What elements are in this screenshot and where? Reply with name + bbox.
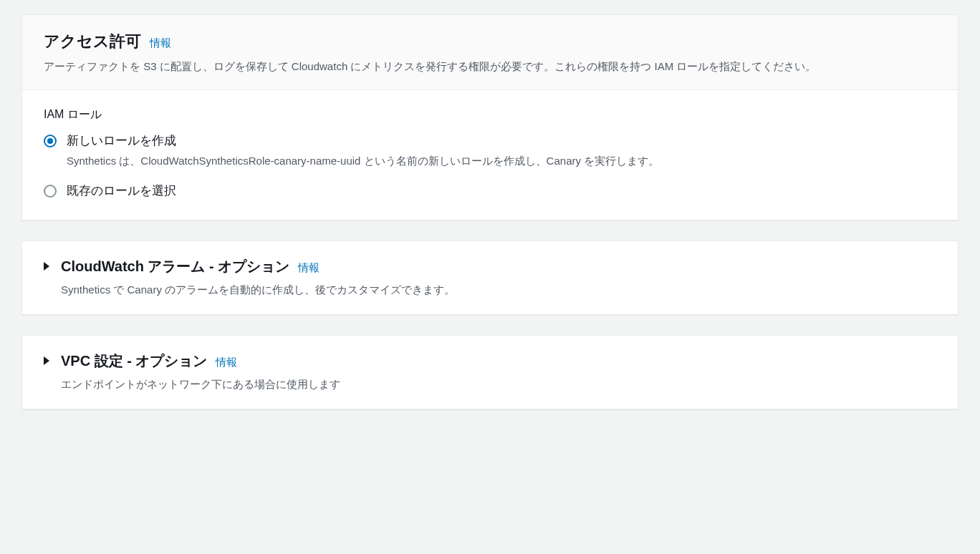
access-description: アーティファクトを S3 に配置し、ログを保存して Cloudwatch にメト… xyxy=(44,58,936,75)
vpc-title: VPC 設定 - オプション xyxy=(61,351,207,371)
access-title-row: アクセス許可 情報 xyxy=(44,31,936,52)
alarms-toggle[interactable]: CloudWatch アラーム - オプション 情報 xyxy=(44,257,936,276)
radio-existing-content: 既存のロールを選択 xyxy=(67,183,936,200)
access-permissions-panel: アクセス許可 情報 アーティファクトを S3 に配置し、ログを保存して Clou… xyxy=(21,14,959,220)
radio-new-content: 新しいロールを作成 Synthetics は、CloudWatchSynthet… xyxy=(67,132,936,170)
vpc-info-link[interactable]: 情報 xyxy=(216,356,237,369)
alarms-description: Synthetics で Canary のアラームを自動的に作成し、後でカスタマ… xyxy=(44,283,936,297)
vpc-toggle[interactable]: VPC 設定 - オプション 情報 xyxy=(44,351,936,371)
caret-right-icon xyxy=(44,262,49,271)
radio-new-label: 新しいロールを作成 xyxy=(67,132,936,150)
radio-button-checked-icon xyxy=(44,135,57,147)
radio-create-new-role[interactable]: 新しいロールを作成 Synthetics は、CloudWatchSynthet… xyxy=(44,132,936,170)
iam-role-label: IAM ロール xyxy=(44,107,936,122)
alarms-info-link[interactable]: 情報 xyxy=(298,261,320,275)
access-title: アクセス許可 xyxy=(44,31,141,52)
radio-new-description: Synthetics は、CloudWatchSyntheticsRole-ca… xyxy=(67,152,697,170)
radio-select-existing-role[interactable]: 既存のロールを選択 xyxy=(44,183,936,200)
access-permissions-header: アクセス許可 情報 アーティファクトを S3 に配置し、ログを保存して Clou… xyxy=(22,15,958,90)
cloudwatch-alarms-section: CloudWatch アラーム - オプション 情報 Synthetics で … xyxy=(21,240,959,315)
radio-existing-label: 既存のロールを選択 xyxy=(67,183,936,200)
vpc-settings-section: VPC 設定 - オプション 情報 エンドポイントがネットワーク下にある場合に使… xyxy=(21,335,959,409)
access-body: IAM ロール 新しいロールを作成 Synthetics は、CloudWatc… xyxy=(22,90,958,220)
vpc-description: エンドポイントがネットワーク下にある場合に使用します xyxy=(44,378,936,392)
access-info-link[interactable]: 情報 xyxy=(150,37,171,50)
caret-right-icon xyxy=(44,356,49,365)
radio-button-unchecked-icon xyxy=(44,185,57,198)
alarms-title: CloudWatch アラーム - オプション xyxy=(61,257,289,276)
